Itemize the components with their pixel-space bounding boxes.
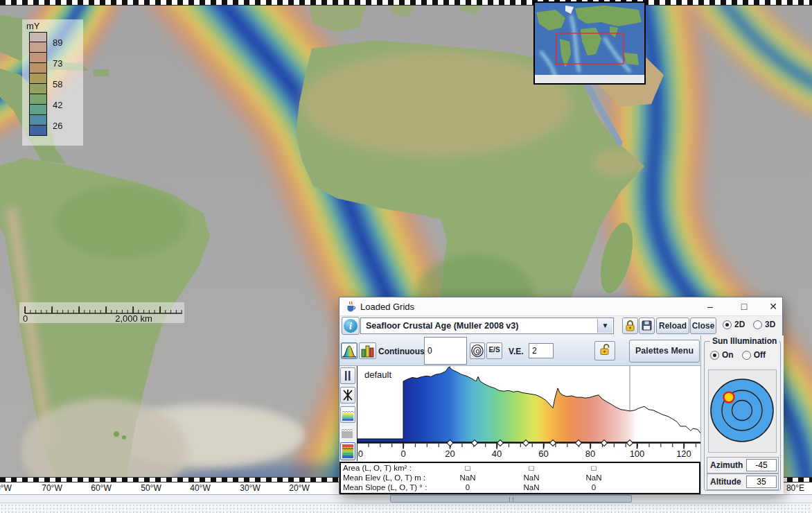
svg-text:i: i bbox=[349, 321, 352, 331]
altitude-row: Altitude bbox=[707, 473, 779, 490]
svg-text:100: 100 bbox=[630, 449, 645, 459]
contour-lines-button[interactable] bbox=[470, 342, 485, 359]
overview-inset-map[interactable] bbox=[533, 1, 646, 85]
scrollbar-grip-icon bbox=[509, 497, 513, 502]
svg-text:120: 120 bbox=[676, 449, 691, 459]
close-grid-button[interactable]: Close bbox=[690, 318, 716, 334]
svg-text:0: 0 bbox=[400, 449, 405, 459]
lon-label: 80°W bbox=[0, 483, 12, 493]
radio-sun-on[interactable]: On bbox=[710, 350, 734, 360]
status-strip bbox=[0, 503, 812, 513]
dialog-title: Loaded Grids bbox=[360, 302, 414, 312]
palette-toolbar: Continuous: E/S V.E. Palettes Menu bbox=[339, 336, 700, 366]
grayscale-palette-button[interactable] bbox=[340, 426, 355, 442]
azimuth-row: Azimuth bbox=[707, 457, 779, 473]
radio-2d[interactable]: 2D bbox=[723, 320, 745, 329]
color-scale-legend: mY 89 73 58 42 26 bbox=[22, 19, 83, 146]
radio-sun-on-dot[interactable] bbox=[710, 351, 719, 360]
vertical-exaggeration-input[interactable] bbox=[529, 343, 554, 358]
delete-node-button[interactable] bbox=[340, 387, 355, 403]
sun-illumination-group: Sun Illumination On Off bbox=[704, 341, 781, 491]
stats-value: 0 bbox=[563, 482, 625, 492]
java-app-icon bbox=[345, 301, 356, 312]
svg-text:-20: -20 bbox=[358, 449, 363, 459]
radio-sun-off-dot[interactable] bbox=[742, 351, 751, 360]
table-row: Mean Slope (L, O, T) ° : 0 NaN 0 bbox=[341, 482, 699, 492]
legend-color-bar bbox=[29, 32, 47, 136]
legend-tick: 42 bbox=[53, 100, 73, 110]
continuous-input[interactable] bbox=[424, 337, 467, 365]
close-window-icon[interactable]: ✕ bbox=[761, 297, 785, 315]
discrete-bars-mode-button[interactable] bbox=[359, 342, 376, 359]
palette-name-label: default bbox=[364, 369, 391, 380]
legend-tick: 73 bbox=[53, 58, 73, 69]
split-palette-button[interactable] bbox=[340, 367, 355, 384]
azimuth-input[interactable] bbox=[746, 459, 777, 471]
azimuth-label: Azimuth bbox=[710, 460, 743, 470]
save-grid-icon[interactable] bbox=[639, 318, 655, 334]
area-checkbox[interactable]: □ bbox=[436, 463, 499, 473]
legend-units-label: mY bbox=[26, 21, 40, 31]
normalize-palette-button[interactable] bbox=[340, 406, 355, 423]
inset-antarctica bbox=[535, 75, 644, 83]
altitude-label: Altitude bbox=[710, 477, 741, 487]
info-button[interactable]: i bbox=[342, 317, 360, 335]
loaded-grids-dialog: Loaded Grids – □ ✕ i Seafloor Crustal Ag… bbox=[339, 297, 783, 494]
grid-select-dropdown[interactable]: Seafloor Crustal Age (Muller 2008 v3) ▼ bbox=[360, 318, 614, 334]
stats-value: 0 bbox=[436, 482, 499, 492]
sun-direction-dial[interactable] bbox=[708, 369, 777, 453]
stats-value: NaN bbox=[436, 473, 499, 482]
radio-2d-dot[interactable] bbox=[723, 320, 732, 329]
legend-tick: 26 bbox=[53, 121, 73, 131]
continuous-label: Continuous: bbox=[378, 347, 427, 356]
lock-grid-button[interactable] bbox=[622, 318, 638, 334]
minimize-icon[interactable]: – bbox=[698, 297, 722, 315]
stats-value: NaN bbox=[500, 473, 563, 482]
palettes-menu-button[interactable]: Palettes Menu bbox=[629, 340, 700, 363]
svg-text:60: 60 bbox=[538, 449, 548, 459]
histogram-x-axis bbox=[358, 442, 701, 444]
grid-statistics-table: Area (L, O, T) km² : □ □ □ Mean Elev (L,… bbox=[339, 462, 700, 494]
vertical-exaggeration-label: V.E. bbox=[509, 347, 524, 356]
unlock-palette-button[interactable] bbox=[594, 341, 615, 360]
scale-zero-label: 0 bbox=[23, 313, 28, 323]
stats-row-label: Mean Slope (L, O, T) ° : bbox=[343, 482, 427, 492]
sun-illumination-panel: Sun Illumination On Off bbox=[700, 336, 784, 494]
elevation-slope-toggle-button[interactable]: E/S bbox=[486, 342, 502, 359]
radio-3d-dot[interactable] bbox=[753, 320, 762, 329]
histogram-palette-mode-button[interactable] bbox=[341, 342, 358, 359]
sun-illumination-title: Sun Illumination bbox=[710, 336, 779, 346]
selected-grid-name: Seafloor Crustal Age (Muller 2008 v3) bbox=[366, 321, 518, 331]
lon-label: 40°W bbox=[190, 483, 210, 493]
legend-tick: 89 bbox=[53, 37, 73, 48]
sun-position-handle[interactable] bbox=[724, 392, 734, 403]
horizontal-scrollbar[interactable] bbox=[0, 494, 812, 503]
lon-label: 80°E bbox=[786, 483, 804, 493]
radio-3d[interactable]: 3D bbox=[753, 320, 775, 329]
area-checkbox[interactable]: □ bbox=[500, 463, 563, 473]
chevron-down-icon[interactable]: ▼ bbox=[597, 319, 612, 333]
lon-label: 70°W bbox=[42, 483, 62, 493]
svg-text:20: 20 bbox=[445, 449, 454, 459]
reload-button[interactable]: Reload bbox=[656, 318, 689, 334]
altitude-input[interactable] bbox=[746, 476, 777, 488]
stats-row-label: Mean Elev (L, O, T) m : bbox=[343, 473, 425, 482]
svg-text:80: 80 bbox=[585, 449, 595, 459]
area-checkbox[interactable]: □ bbox=[563, 463, 625, 473]
scrollbar-thumb[interactable] bbox=[390, 495, 632, 503]
rainbow-palette-button[interactable] bbox=[340, 442, 355, 460]
grid-toolbar: i Seafloor Crustal Age (Muller 2008 v3) … bbox=[339, 316, 782, 336]
stats-value: NaN bbox=[500, 482, 563, 492]
histogram-tool-column bbox=[339, 366, 357, 462]
map-top-tick-border bbox=[0, 0, 812, 6]
sahara-desert bbox=[301, 52, 572, 156]
dialog-titlebar[interactable]: Loaded Grids – □ ✕ bbox=[339, 297, 782, 316]
application-window: mY 89 73 58 42 26 0 2,000 km bbox=[0, 0, 812, 513]
radio-sun-off[interactable]: Off bbox=[742, 350, 766, 360]
stats-row-label: Area (L, O, T) km² : bbox=[343, 463, 412, 473]
svg-text:40: 40 bbox=[492, 449, 502, 459]
table-row: Mean Elev (L, O, T) m : NaN NaN NaN bbox=[341, 473, 699, 482]
palette-histogram-editor[interactable]: default -20 0 20 4 bbox=[357, 366, 700, 461]
maximize-icon[interactable]: □ bbox=[732, 297, 756, 315]
stats-value: NaN bbox=[563, 473, 625, 482]
